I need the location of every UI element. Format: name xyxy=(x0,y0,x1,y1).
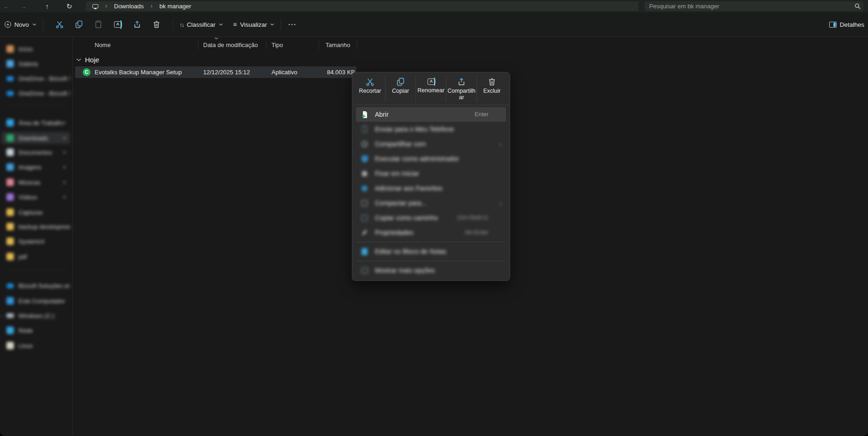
column-header-nome[interactable]: Nome xyxy=(95,40,111,51)
sidebar-item-linux[interactable]: Linux xyxy=(1,340,70,352)
sidebar-item-documentos[interactable]: Documentos✦ xyxy=(1,146,70,158)
sidebar-item-rede[interactable]: Rede xyxy=(1,324,70,336)
desktop-icon xyxy=(6,119,14,126)
this-pc-icon xyxy=(92,4,98,8)
chevron-down-icon xyxy=(219,23,223,26)
menu-item-propriedades[interactable]: Propriedades Alt+Enter xyxy=(356,225,506,240)
menu-item-mostrar-mais-opcoes[interactable]: Mostrar mais opções xyxy=(356,263,506,278)
rename-button[interactable]: A xyxy=(109,17,126,32)
sidebar-item-onedrive-2[interactable]: OneDrive - Bizsoft Sol xyxy=(1,87,70,99)
context-rename-button[interactable]: A Renomear xyxy=(416,77,446,102)
breadcrumb-separator-icon: › xyxy=(105,3,107,9)
column-header-data[interactable]: Data de modificação xyxy=(203,40,258,51)
properties-icon xyxy=(361,229,368,237)
column-header-tamanho[interactable]: Tamanho xyxy=(326,40,350,51)
view-button[interactable]: ≡ Visualizar xyxy=(233,21,274,28)
column-header-tipo[interactable]: Tipo xyxy=(271,40,283,51)
menu-item-abrir[interactable]: Abrir Enter xyxy=(356,107,506,122)
menu-item-executar-como-administrador[interactable]: Executar como administrador xyxy=(356,151,506,166)
sidebar-item-backup-development[interactable]: backup development xyxy=(1,221,70,233)
more-options-icon xyxy=(361,267,368,275)
paste-button[interactable] xyxy=(90,17,107,32)
context-share-button[interactable]: Compartilhar xyxy=(446,77,476,102)
back-button[interactable]: ← xyxy=(0,0,13,12)
context-cut-button[interactable]: Recortar xyxy=(355,77,385,102)
rename-icon: A xyxy=(114,21,122,28)
sidebar-item-imagens[interactable]: Imagens✦ xyxy=(1,161,70,173)
cut-icon xyxy=(55,20,64,29)
menu-item-enviar-para-telefone[interactable]: Enviar para o Meu Telefone xyxy=(356,122,506,137)
copy-button[interactable] xyxy=(71,17,87,32)
folder-icon xyxy=(6,223,14,230)
sidebar-item-windows-c[interactable]: ›Windows (C:) xyxy=(1,310,70,322)
breadcrumb-bk-manager[interactable]: bk manager xyxy=(159,3,191,10)
network-icon xyxy=(6,327,14,334)
favorites-icon xyxy=(361,185,368,192)
share-button[interactable] xyxy=(129,17,145,32)
shortcut-label: Alt+Enter xyxy=(464,229,488,236)
sidebar-item-musicas[interactable]: Músicas✦ xyxy=(1,176,70,188)
menu-item-copiar-como-caminho[interactable]: Copiar como caminho Ctrl+Shift+C xyxy=(356,210,506,225)
column-divider[interactable] xyxy=(266,41,266,50)
column-divider[interactable] xyxy=(357,41,357,50)
cut-icon xyxy=(366,78,374,86)
context-delete-button[interactable]: Excluir xyxy=(476,77,507,102)
context-copy-button[interactable]: Copiar xyxy=(385,77,416,102)
address-bar[interactable]: › Downloads › bk manager xyxy=(86,1,639,11)
notepad-icon xyxy=(361,248,368,256)
share-icon xyxy=(457,78,466,86)
sidebar-item-onedrive-1[interactable]: OneDrive - Bizsoft Sol xyxy=(1,72,70,84)
breadcrumb-downloads[interactable]: Downloads xyxy=(114,3,144,10)
toolbar-divider xyxy=(43,18,43,30)
sidebar-item-galeria[interactable]: Galeria xyxy=(1,58,70,70)
pin-icon: ✦ xyxy=(63,180,66,185)
forward-button[interactable]: → xyxy=(17,0,30,12)
sidebar-item-area-de-trabalho[interactable]: Área de Trabalho✦ xyxy=(1,117,70,129)
delete-button[interactable] xyxy=(148,17,165,32)
file-name: Evotalks Backup Manager Setup xyxy=(95,69,182,76)
command-toolbar: + Novo A xyxy=(0,12,868,37)
menu-item-compactar-para[interactable]: Compactar para... › xyxy=(356,196,506,210)
submenu-chevron-icon: › xyxy=(500,200,501,207)
folder-icon xyxy=(6,238,14,245)
expand-chevron-icon[interactable]: › xyxy=(1,313,3,318)
new-button[interactable]: + Novo xyxy=(5,21,36,28)
menu-item-compartilhar-com[interactable]: Compartilhar com › xyxy=(356,137,506,151)
share-with-icon xyxy=(361,140,368,148)
more-options-button[interactable]: ⋯ xyxy=(288,19,296,30)
file-row-evotalks-setup[interactable]: C Evotalks Backup Manager Setup 12/12/20… xyxy=(75,66,356,78)
context-menu-items: Abrir Enter Enviar para o Meu Telefone C… xyxy=(352,107,510,278)
group-collapse-icon xyxy=(76,58,81,61)
details-pane-button[interactable]: Detalhes xyxy=(829,21,864,28)
menu-item-adicionar-aos-favoritos[interactable]: Adicionar aos Favoritos xyxy=(356,181,506,196)
menu-item-fixar-em-iniciar[interactable]: Fixar em Iniciar xyxy=(356,166,506,181)
sidebar-item-pdf[interactable]: pdf xyxy=(1,251,70,263)
cut-button[interactable] xyxy=(51,17,68,32)
toolbar-divider xyxy=(173,18,173,30)
menu-item-editar-no-bloco-de-notas[interactable]: Editar no Bloco de Notas xyxy=(356,244,506,259)
search-box[interactable] xyxy=(645,1,863,11)
sidebar-item-capturas[interactable]: Capturas xyxy=(1,206,70,218)
sidebar-item-bizsoft-solucoes[interactable]: Bizsoft Soluções em In xyxy=(1,280,70,292)
search-input[interactable] xyxy=(645,3,855,10)
pin-icon xyxy=(361,170,368,178)
file-explorer-window: ← → ↑ ↻ › Downloads › bk manager + Novo xyxy=(0,0,868,436)
sidebar-item-videos[interactable]: Vídeos✦ xyxy=(1,191,70,203)
delete-icon xyxy=(152,20,161,29)
column-divider[interactable] xyxy=(319,41,319,50)
column-divider[interactable] xyxy=(198,41,199,50)
context-menu-command-bar: Recortar Copiar A Renomear Compartilhar … xyxy=(352,72,510,102)
sidebar-item-inicio[interactable]: Início xyxy=(1,43,70,55)
sidebar-item-systemui[interactable]: SystemUI xyxy=(1,235,70,247)
shortcut-label: Enter xyxy=(475,111,488,118)
sidebar-item-downloads[interactable]: Downloads✦ xyxy=(1,132,70,144)
up-button[interactable]: ↑ xyxy=(41,0,54,12)
group-header-hoje[interactable]: Hoje xyxy=(76,54,99,66)
share-icon xyxy=(133,20,141,29)
file-size: 84.003 KB xyxy=(288,69,355,76)
refresh-button[interactable]: ↻ xyxy=(63,0,76,12)
sidebar-item-este-computador[interactable]: Este Computador xyxy=(1,295,70,307)
details-pane-icon xyxy=(829,22,837,28)
pin-icon: ✦ xyxy=(63,195,66,200)
sort-button[interactable]: ↑↓ Classificar xyxy=(180,21,223,28)
